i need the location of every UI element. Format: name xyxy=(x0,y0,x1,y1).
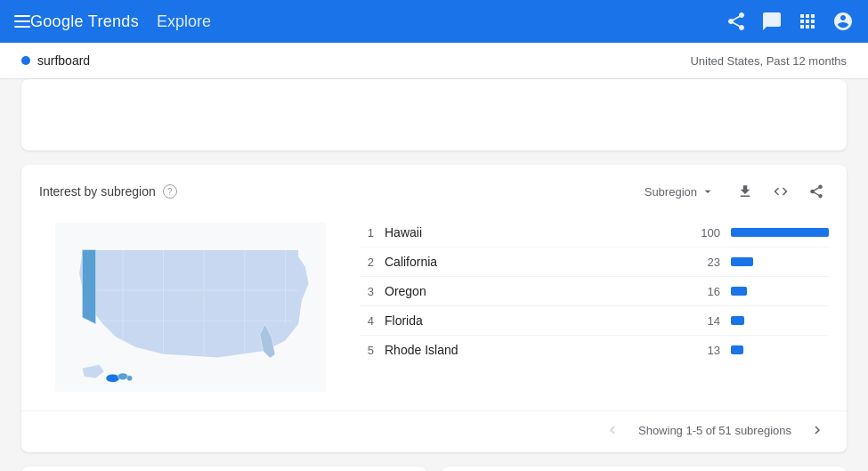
search-bar: surfboard United States, Past 12 months xyxy=(0,43,868,79)
row-bar-5 xyxy=(731,345,743,354)
row-rank-4: 4 xyxy=(360,314,374,328)
row-bar-2 xyxy=(731,257,753,266)
data-row-1: 1 Hawaii 100 xyxy=(360,218,829,248)
share-subregion-button[interactable] xyxy=(804,179,829,204)
explore-label: Explore xyxy=(157,12,211,31)
row-value-5: 13 xyxy=(694,344,720,357)
related-topics-card: Related topics ? Rising xyxy=(21,467,427,471)
data-row-3: 3 Oregon 16 xyxy=(360,277,829,306)
related-topics-header: Related topics ? Rising xyxy=(21,467,427,471)
data-row-5: 5 Rhode Island 13 xyxy=(360,336,829,364)
row-value-3: 16 xyxy=(694,285,720,298)
row-value-4: 14 xyxy=(694,314,720,328)
search-term-area: surfboard xyxy=(21,53,90,68)
search-term-text: surfboard xyxy=(37,53,90,68)
related-queries-card: Related queries ? Rising xyxy=(442,467,848,471)
row-bar-container-3 xyxy=(731,287,829,296)
row-rank-5: 5 xyxy=(360,344,374,357)
row-bar-4 xyxy=(731,316,744,325)
row-rank-2: 2 xyxy=(360,256,374,269)
row-label-5: Rhode Island xyxy=(385,343,683,357)
account-icon[interactable] xyxy=(832,11,854,32)
interest-subregion-card: Interest by subregion ? Subregion xyxy=(21,165,847,452)
svg-point-9 xyxy=(118,373,127,380)
interest-controls: Subregion xyxy=(637,179,829,204)
row-bar-1 xyxy=(731,228,829,237)
row-label-3: Oregon xyxy=(385,284,683,298)
interest-title-text: Interest by subregion xyxy=(39,184,156,199)
row-label-2: California xyxy=(385,255,683,269)
search-dot xyxy=(21,56,30,65)
subregion-dropdown[interactable]: Subregion xyxy=(637,181,722,202)
pagination-text: Showing 1-5 of 51 subregions xyxy=(638,424,791,437)
interest-help-icon[interactable]: ? xyxy=(163,184,177,199)
svg-point-10 xyxy=(127,376,133,381)
next-page-button[interactable] xyxy=(806,418,829,442)
row-label-4: Florida xyxy=(385,313,683,328)
share-icon[interactable] xyxy=(726,11,747,32)
svg-point-8 xyxy=(106,374,119,382)
top-card xyxy=(21,79,847,150)
menu-icon[interactable] xyxy=(14,15,30,28)
data-row-4: 4 Florida 14 xyxy=(360,306,829,336)
row-value-1: 100 xyxy=(694,226,720,240)
data-row-2: 2 California 23 xyxy=(360,248,829,277)
message-icon[interactable] xyxy=(761,11,783,32)
row-rank-3: 3 xyxy=(360,285,374,298)
related-queries-header: Related queries ? Rising xyxy=(442,467,848,471)
subregion-data-list: 1 Hawaii 100 2 California 23 3 xyxy=(342,218,829,396)
us-map-svg xyxy=(48,223,333,392)
row-bar-container-1 xyxy=(731,228,829,237)
us-map-area xyxy=(39,218,342,396)
row-value-2: 23 xyxy=(694,256,720,269)
row-bar-container-2 xyxy=(731,257,829,266)
main-content: Interest by subregion ? Subregion xyxy=(0,79,868,471)
row-rank-1: 1 xyxy=(360,226,374,240)
prev-page-button[interactable] xyxy=(601,418,624,442)
pagination-area: Showing 1-5 of 51 subregions xyxy=(21,410,847,452)
bottom-row: Related topics ? Rising xyxy=(21,467,847,471)
interest-title-area: Interest by subregion ? xyxy=(39,184,177,199)
interest-header: Interest by subregion ? Subregion xyxy=(21,165,847,211)
apps-icon[interactable] xyxy=(797,11,818,32)
row-bar-3 xyxy=(731,287,747,296)
app-header: Google Trends Explore xyxy=(0,0,868,43)
search-meta: United States, Past 12 months xyxy=(690,54,847,68)
app-logo: Google Trends xyxy=(30,12,139,31)
row-bar-container-4 xyxy=(731,316,829,325)
map-data-container: 1 Hawaii 100 2 California 23 3 xyxy=(21,211,847,410)
row-bar-container-5 xyxy=(731,345,829,354)
row-label-1: Hawaii xyxy=(385,225,683,240)
embed-button[interactable] xyxy=(768,179,793,204)
download-button[interactable] xyxy=(733,179,758,204)
